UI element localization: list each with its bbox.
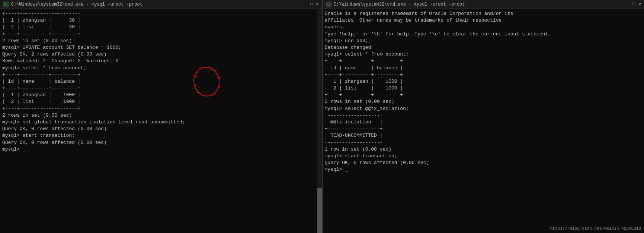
left-terminal: C:\ C:\Windows\system32\cmd.exe - mysql …	[0, 0, 323, 233]
terminal-line: 2 rows in set (0.00 sec)	[325, 98, 642, 105]
terminal-icon-right: C:\	[326, 1, 331, 7]
terminal-line: +----+----------+---------+	[2, 31, 320, 38]
maximize-button-right[interactable]: □	[633, 1, 635, 7]
left-terminal-content: +----+----------+---------+| 1 | zhangsa…	[2, 10, 320, 153]
watermark: https://blog.csdn.net/weixin_42656213	[550, 226, 641, 232]
terminal-line: +----+----------+---------+	[325, 58, 642, 64]
left-scrollbar[interactable]	[317, 9, 322, 233]
left-terminal-body: +----+----------+---------+| 1 | zhangsa…	[0, 9, 322, 233]
right-terminal-body: Oracle is a registered trademark of Orac…	[323, 9, 644, 233]
minimize-button-left[interactable]: ─	[305, 1, 307, 7]
right-title-bar: C:\ C:\Windows\system32\cmd.exe - mysql …	[323, 0, 644, 9]
terminal-line: | @@tx_isolation |	[325, 119, 642, 126]
terminal-line: +------------------+	[325, 112, 642, 119]
terminal-line: | 1 | zhangsan | 1000 |	[325, 78, 642, 85]
terminal-line: +----+----------+---------+	[2, 85, 320, 92]
terminal-line: +----+----------+---------+	[325, 92, 642, 98]
maximize-button-left[interactable]: □	[310, 1, 313, 7]
terminal-line: | 2 | lisi | 30 |	[2, 24, 320, 31]
terminal-line: | 1 | zhangsan | 30 |	[2, 17, 320, 24]
terminal-line: Query OK, 2 rows affected (0.00 sec)	[2, 51, 320, 58]
svg-text:C:\: C:\	[4, 3, 9, 7]
left-title-bar: C:\ C:\Windows\system32\cmd.exe - mysql …	[0, 0, 322, 9]
right-title-controls[interactable]: ─ □ ✕	[627, 1, 641, 7]
terminal-line: | 2 | lisi | 1000 |	[325, 85, 642, 92]
terminal-line: Query OK, 0 rows affected (0.00 sec)	[2, 126, 320, 132]
left-title-left: C:\ C:\Windows\system32\cmd.exe - mysql …	[3, 1, 142, 7]
terminal-line: +------------------+	[325, 139, 642, 146]
terminal-line: Query OK, 0 rows affected (0.00 sec)	[2, 139, 320, 146]
terminal-line: Oracle is a registered trademark of Orac…	[325, 10, 642, 17]
terminal-line: | id | name | balance |	[325, 65, 642, 72]
terminal-line: affiliates. Other names may be trademark…	[325, 17, 642, 24]
minimize-button-right[interactable]: ─	[627, 1, 629, 7]
terminal-line: mysql> start transaction;	[2, 132, 320, 139]
terminal-line: mysql> UPDATE account SET balance = 1000…	[2, 44, 320, 51]
terminal-line: mysql> use db3;	[325, 38, 642, 44]
terminal-line: mysql> _	[325, 166, 642, 173]
terminal-line: mysql> set global transaction isolation …	[2, 119, 320, 126]
terminal-line: 2 rows in set (0.00 sec)	[2, 112, 320, 119]
right-title-text: C:\Windows\system32\cmd.exe - mysql -uro…	[334, 2, 465, 7]
terminal-line: 2 rows in set (0.00 sec)	[2, 38, 320, 44]
close-button-right[interactable]: ✕	[638, 1, 641, 7]
close-button-left[interactable]: ✕	[316, 1, 318, 7]
right-terminal: C:\ C:\Windows\system32\cmd.exe - mysql …	[323, 0, 644, 233]
terminal-line: mysql> select * from account;	[325, 51, 642, 58]
terminal-line: | id | name | balance |	[2, 78, 320, 85]
terminal-line: 1 row in set (0.00 sec)	[325, 146, 642, 153]
right-title-left: C:\ C:\Windows\system32\cmd.exe - mysql …	[326, 1, 465, 7]
terminal-line: +----+----------+---------+	[2, 72, 320, 78]
terminal-line: Rows matched: 2 Changed: 2 Warnings: 0	[2, 58, 320, 64]
svg-text:C:\: C:\	[326, 3, 331, 7]
terminal-line: mysql> select @@tx_isolation;	[325, 106, 642, 112]
terminal-line: mysql> start transaction;	[325, 153, 642, 160]
right-terminal-content: Oracle is a registered trademark of Orac…	[325, 10, 642, 173]
terminal-line: mysql> _	[2, 146, 320, 153]
terminal-line: Query OK, 0 rows affected (0.00 sec)	[325, 160, 642, 166]
left-title-controls[interactable]: ─ □ ✕	[305, 1, 319, 7]
left-scrollbar-thumb[interactable]	[317, 188, 322, 233]
terminal-icon-left: C:\	[3, 1, 9, 7]
terminal-line: +----+----------+---------+	[2, 10, 320, 17]
terminal-line: mysql> select * from account;	[2, 65, 320, 72]
terminal-line: +------------------+	[325, 126, 642, 132]
terminal-line: | 1 | zhangsan | 1000 |	[2, 92, 320, 98]
terminal-line: +----+----------+---------+	[2, 106, 320, 112]
terminal-line: | READ-UNCOMMITTED |	[325, 132, 642, 139]
left-title-text: C:\Windows\system32\cmd.exe - mysql -uro…	[11, 2, 142, 7]
terminal-line: | 2 | lisi | 1000 |	[2, 98, 320, 105]
terminal-line: +----+----------+---------+	[325, 72, 642, 78]
terminal-line: Type 'help;' or '\h' for help. Type '\c'…	[325, 31, 642, 38]
terminal-line: Database changed	[325, 44, 642, 51]
terminal-line: owners.	[325, 24, 642, 31]
